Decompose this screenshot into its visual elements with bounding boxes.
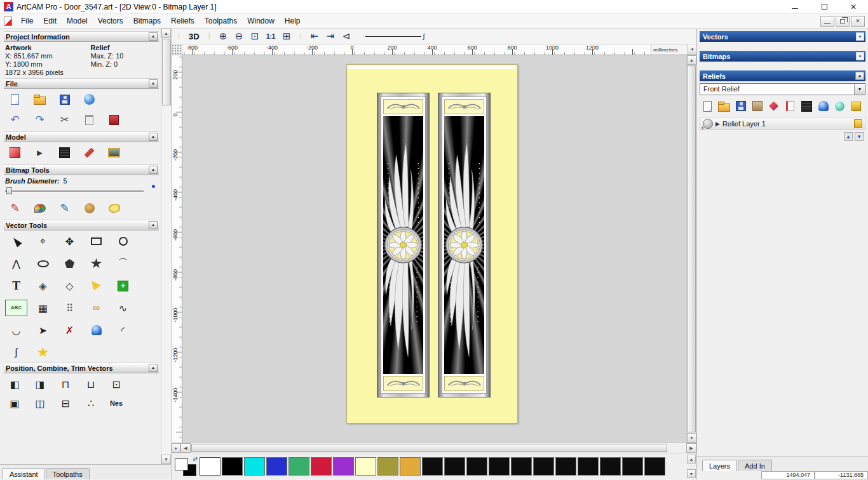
primary-secondary-colour-selector[interactable]: ⇄ (174, 457, 198, 477)
align-centre-icon[interactable]: ⊡ (108, 376, 125, 392)
flood-fill-icon[interactable] (105, 200, 123, 216)
create-star-tool[interactable] (85, 255, 107, 272)
brush-diameter-slider[interactable] (5, 186, 150, 196)
load-image-icon[interactable] (105, 145, 123, 161)
nest-vectors-label[interactable]: Nes (108, 395, 125, 411)
scroll-down-icon[interactable]: ▼ (161, 455, 171, 464)
fit-curve-tool[interactable]: ∿ (112, 300, 134, 316)
layer-visibility-icon[interactable] (703, 119, 713, 129)
menu-vectors[interactable]: Vectors (93, 15, 128, 27)
fillet-tool[interactable]: ◜ (112, 322, 134, 338)
colour-swatch[interactable] (200, 457, 220, 476)
notes-icon[interactable] (105, 112, 123, 128)
mdi-restore-button[interactable] (836, 16, 850, 27)
smooth-relief-icon[interactable] (768, 100, 780, 112)
colour-reduce-icon[interactable] (81, 200, 98, 216)
colour-swatch[interactable] (377, 457, 398, 476)
draw-brush-icon[interactable]: ✎ (56, 200, 73, 216)
scroll-up-icon[interactable]: ▲ (687, 55, 696, 65)
undo-icon[interactable]: ↶ (6, 112, 24, 128)
colour-swatch[interactable] (644, 457, 665, 476)
join-close-tool[interactable]: ◡ (5, 322, 27, 338)
zoom-in-button[interactable]: ⊕ (216, 30, 231, 43)
cut-icon[interactable]: ✂ (56, 112, 73, 128)
select-vectors-tool[interactable] (5, 233, 27, 250)
offset-vectors-tool[interactable]: ◇ (58, 277, 81, 294)
lock-relief-icon[interactable] (850, 100, 862, 112)
colour-swatch[interactable] (622, 457, 643, 476)
paste-along-curve-icon[interactable]: ◫ (32, 395, 48, 411)
layer-expand-icon[interactable]: ▶ (715, 121, 720, 127)
units-dropdown-icon[interactable]: ▼ (688, 44, 696, 55)
scroll-up-icon[interactable]: ▲ (687, 455, 696, 463)
scroll-down-icon[interactable]: ▼ (687, 469, 696, 478)
tab-assistant[interactable]: Assistant (3, 468, 45, 479)
tab-layers[interactable]: Layers (702, 460, 737, 471)
create-arc-tool[interactable]: ⌒ (112, 255, 134, 272)
block-copy-tool[interactable] (112, 277, 134, 294)
invert-relief-icon[interactable] (784, 100, 796, 112)
zoom-1to1-button[interactable]: 1:1 (264, 30, 278, 43)
create-rectangle-tool[interactable] (85, 233, 107, 250)
save-relief-icon[interactable] (735, 100, 747, 112)
align-right-icon[interactable]: ◨ (32, 376, 48, 392)
sculpt-relief-icon[interactable] (817, 100, 829, 112)
view-3d-button[interactable]: 3D (186, 31, 203, 42)
create-text-tool[interactable]: T (5, 277, 27, 294)
new-relief-icon[interactable] (702, 100, 714, 112)
dropdown-arrow-icon[interactable]: ▼ (854, 84, 865, 95)
colour-swatch[interactable] (555, 457, 576, 476)
join-move-tool[interactable]: ➤ (32, 322, 54, 338)
scrollbar-thumb[interactable] (191, 444, 667, 452)
maximize-button[interactable] (810, 0, 839, 13)
expand-vectors-icon[interactable]: ▼ (856, 32, 864, 41)
create-ellipse-tool[interactable] (32, 255, 54, 272)
collapse-section-button[interactable]: ▲ (149, 32, 158, 41)
collapse-section-button[interactable]: ▲ (149, 79, 158, 88)
paste-icon[interactable] (81, 112, 98, 128)
previous-view-button[interactable]: ⇤ (308, 30, 322, 43)
colour-swatch[interactable] (578, 457, 599, 476)
next-view-button[interactable]: ⇥ (323, 30, 338, 43)
scroll-down-icon[interactable]: ▼ (687, 433, 696, 443)
tab-add-in[interactable]: Add In (738, 460, 772, 471)
horizontal-ruler[interactable]: -800-600-400-200020040060080010001200 (182, 44, 651, 55)
zoom-fit-button[interactable]: ⊞ (280, 30, 294, 43)
mdi-close-button[interactable]: ✕ (851, 16, 865, 27)
chain-vectors-tool[interactable]: ∞ (85, 300, 107, 316)
create-polyline-tool[interactable]: ⋀ (5, 255, 27, 272)
close-button[interactable]: ✕ (839, 0, 868, 13)
interactive-sculpt-tool[interactable] (85, 322, 107, 338)
vectors-header[interactable]: Vectors ▼ (700, 31, 865, 42)
glass-relief-icon[interactable] (834, 100, 846, 112)
colour-swatch[interactable] (422, 457, 443, 476)
primary-colour-swatch[interactable] (175, 458, 188, 470)
slider-handle[interactable] (6, 187, 12, 194)
layer-up-button[interactable]: ▲ (844, 132, 853, 141)
expand-bitmaps-icon[interactable]: ▼ (856, 52, 864, 60)
section-profile-tool[interactable]: ∫ (5, 344, 27, 361)
menu-toolpaths[interactable]: Toolpaths (200, 15, 242, 27)
menu-reliefs[interactable]: Reliefs (166, 15, 200, 27)
scroll-left-icon[interactable]: ◀ (180, 443, 191, 453)
menu-file[interactable]: File (16, 15, 38, 27)
zoom-out-button[interactable]: ⊖ (232, 30, 247, 43)
centre-in-page-icon[interactable]: ▣ (6, 395, 23, 411)
collapse-section-button[interactable]: ▲ (149, 133, 158, 141)
new-model-icon[interactable] (6, 91, 24, 107)
colour-palette-icon[interactable] (31, 200, 48, 216)
vector-doctor-tool[interactable] (32, 344, 54, 361)
colour-swatch[interactable] (244, 457, 265, 476)
collapse-section-button[interactable]: ▲ (149, 364, 158, 372)
open-relief-icon[interactable] (718, 100, 730, 112)
document-icon[interactable] (4, 17, 12, 26)
measure-tool[interactable]: ◈ (32, 277, 54, 294)
colour-swatch[interactable] (444, 457, 465, 476)
block-combine-icon[interactable]: ⊟ (57, 395, 74, 411)
lighting-model-icon[interactable] (81, 145, 98, 161)
open-model-icon[interactable] (31, 91, 48, 107)
scrollbar-thumb[interactable] (162, 39, 171, 105)
transform-vectors-tool[interactable]: ✥ (58, 233, 81, 250)
bitmaps-header[interactable]: Bitmaps ▼ (700, 51, 865, 62)
colour-swatch[interactable] (400, 457, 421, 476)
